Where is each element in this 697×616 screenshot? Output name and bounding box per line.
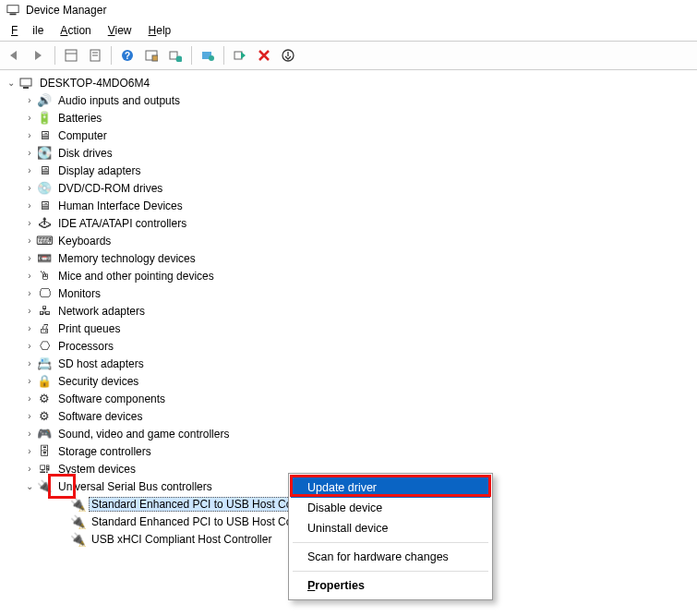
device-tree[interactable]: ⌄ DESKTOP-4MDO6M4 ›🔊Audio inputs and out… (0, 70, 697, 551)
menu-file[interactable]: File (4, 22, 51, 39)
category-label[interactable]: IDE ATA/ATAPI controllers (55, 216, 189, 231)
category-label[interactable]: Security devices (55, 374, 141, 389)
menu-view[interactable]: View (101, 22, 139, 39)
collapse-icon[interactable]: ⌄ (24, 481, 35, 492)
tree-category[interactable]: ›📇SD host adapters (2, 355, 695, 372)
menu-help[interactable]: Help (141, 22, 179, 39)
expand-icon[interactable]: › (24, 200, 35, 211)
collapse-icon[interactable]: ⌄ (6, 78, 17, 89)
device-label[interactable]: USB xHCI Compliant Host Controller (89, 532, 274, 547)
expand-icon[interactable]: › (24, 393, 35, 405)
expand-icon[interactable]: › (24, 95, 35, 106)
expand-icon[interactable]: › (24, 148, 35, 159)
category-icon: 🔊 (37, 93, 52, 108)
expand-icon[interactable]: › (24, 236, 35, 247)
expand-icon[interactable]: › (24, 165, 35, 176)
category-label[interactable]: Mice and other pointing devices (55, 269, 217, 284)
scan-button[interactable] (140, 44, 162, 66)
category-label[interactable]: DVD/CD-ROM drives (55, 181, 165, 196)
expand-icon[interactable]: › (24, 253, 35, 264)
expand-icon[interactable]: › (24, 306, 35, 317)
context-menu-item[interactable]: Scan for hardware changes (291, 547, 490, 567)
context-menu-item[interactable]: Update driver (291, 477, 490, 498)
tree-category[interactable]: ›⌨Keyboards (2, 232, 695, 249)
category-label[interactable]: Disk drives (55, 146, 115, 161)
disable-device-button[interactable] (277, 44, 299, 66)
tree-category[interactable]: ›🕹IDE ATA/ATAPI controllers (2, 214, 695, 232)
category-label[interactable]: Human Interface Devices (55, 199, 186, 213)
update-driver-button[interactable] (197, 44, 219, 66)
expand-icon[interactable]: › (24, 464, 35, 475)
category-label[interactable]: System devices (55, 462, 138, 477)
menu-separator (293, 542, 488, 543)
category-label[interactable]: Universal Serial Bus controllers (55, 479, 215, 494)
tree-category[interactable]: ›🔋Batteries (2, 109, 695, 127)
back-button[interactable] (4, 44, 26, 66)
category-label[interactable]: Processors (55, 339, 116, 354)
expand-icon[interactable]: › (24, 130, 35, 141)
tree-category[interactable]: ›🖥Display adapters (2, 162, 695, 179)
expand-icon[interactable]: › (24, 341, 35, 352)
menu-action[interactable]: Action (53, 22, 98, 39)
titlebar: Device Manager (0, 0, 697, 20)
category-label[interactable]: Software devices (55, 409, 145, 424)
tree-category[interactable]: ›⚙Software components (2, 390, 695, 407)
enable-device-button[interactable] (229, 44, 251, 66)
category-label[interactable]: Audio inputs and outputs (55, 93, 183, 108)
forward-button[interactable] (28, 44, 50, 66)
tree-category[interactable]: ›🗄Storage controllers (2, 442, 695, 460)
tree-category[interactable]: ›💽Disk drives (2, 144, 695, 162)
tree-category[interactable]: ›📼Memory technology devices (2, 249, 695, 267)
category-label[interactable]: Software components (55, 392, 168, 406)
expand-icon[interactable]: › (24, 183, 35, 194)
svg-point-14 (209, 55, 214, 61)
context-menu-item[interactable]: Uninstall device (291, 518, 490, 538)
category-icon: 💽 (37, 146, 52, 161)
svg-text:?: ? (125, 51, 130, 61)
category-label[interactable]: Memory technology devices (55, 251, 198, 266)
tree-root[interactable]: ⌄ DESKTOP-4MDO6M4 (2, 74, 695, 91)
root-label[interactable]: DESKTOP-4MDO6M4 (37, 76, 152, 91)
context-menu-item[interactable]: Disable device (291, 498, 490, 518)
properties-button[interactable] (84, 44, 106, 66)
category-label[interactable]: Storage controllers (55, 444, 154, 459)
expand-icon[interactable]: › (24, 376, 35, 387)
category-label[interactable]: Keyboards (55, 234, 114, 248)
category-label[interactable]: Display adapters (55, 163, 143, 178)
tree-category[interactable]: ›⚙Software devices (2, 407, 695, 425)
tree-category[interactable]: ›🖱Mice and other pointing devices (2, 267, 695, 284)
expand-icon[interactable]: › (24, 429, 35, 440)
tree-category[interactable]: ›🖧Network adapters (2, 302, 695, 320)
category-label[interactable]: Sound, video and game controllers (55, 427, 232, 441)
category-label[interactable]: Monitors (55, 286, 103, 301)
expand-icon[interactable]: › (24, 411, 35, 422)
category-label[interactable]: Network adapters (55, 304, 148, 319)
tree-category[interactable]: ›🖨Print queues (2, 320, 695, 337)
category-label[interactable]: SD host adapters (55, 356, 147, 371)
expand-icon[interactable]: › (24, 323, 35, 334)
add-legacy-button[interactable] (164, 44, 186, 66)
tree-category[interactable]: ›🔒Security devices (2, 372, 695, 390)
category-label[interactable]: Print queues (55, 321, 123, 336)
expand-icon[interactable]: › (24, 446, 35, 457)
context-menu-item[interactable]: Properties (291, 575, 490, 596)
tree-category[interactable]: ›🖥Computer (2, 127, 695, 144)
help-button[interactable]: ? (116, 44, 138, 66)
tree-category[interactable]: ›💿DVD/CD-ROM drives (2, 179, 695, 197)
expand-icon[interactable]: › (24, 288, 35, 299)
category-label[interactable]: Batteries (55, 111, 104, 126)
show-hidden-button[interactable] (60, 44, 82, 66)
expand-icon[interactable]: › (24, 271, 35, 282)
device-label[interactable]: Standard Enhanced PCI to USB Host Cont (89, 514, 304, 529)
category-label[interactable]: Computer (55, 128, 110, 143)
svg-rect-15 (234, 52, 242, 59)
tree-category[interactable]: ›🖥Human Interface Devices (2, 197, 695, 214)
tree-category[interactable]: ›🎮Sound, video and game controllers (2, 425, 695, 442)
tree-category[interactable]: ›🖵Monitors (2, 284, 695, 302)
expand-icon[interactable]: › (24, 358, 35, 369)
expand-icon[interactable]: › (24, 218, 35, 229)
tree-category[interactable]: ›⎔Processors (2, 337, 695, 355)
expand-icon[interactable]: › (24, 113, 35, 124)
tree-category[interactable]: ›🔊Audio inputs and outputs (2, 91, 695, 109)
uninstall-device-button[interactable] (253, 44, 275, 66)
